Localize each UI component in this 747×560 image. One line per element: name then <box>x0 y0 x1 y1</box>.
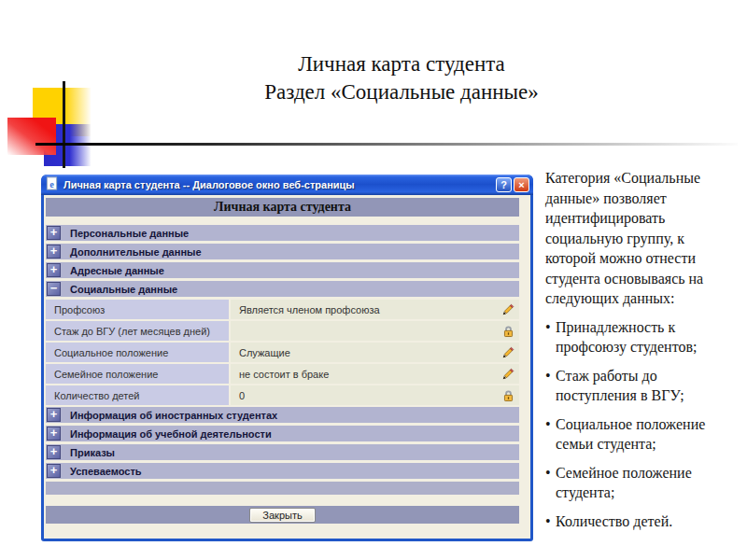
bullet-item: Стаж работы до поступления в ВГУ; <box>545 366 725 406</box>
field-label: Стаж до ВГУ (лет месяцев дней) <box>46 321 229 341</box>
section-label: Дополнительные данные <box>61 246 202 258</box>
pencil-edit-icon[interactable] <box>497 343 519 362</box>
table-row: Стаж до ВГУ (лет месяцев дней) <box>46 321 519 341</box>
section-label: Успеваемость <box>61 466 142 477</box>
dialog-header-band: Личная карта студента <box>46 198 519 217</box>
slide-title: Личная карта студента Раздел «Социальные… <box>131 50 672 106</box>
svg-text:e: e <box>49 178 54 189</box>
dialog-title: Личная карта студента -- Диалоговое окно… <box>59 179 494 190</box>
field-label: Профсоюз <box>46 300 229 319</box>
expand-icon[interactable]: + <box>47 445 61 459</box>
lock-icon <box>497 321 519 341</box>
section-additional-data[interactable]: + Дополнительные данные <box>46 244 519 259</box>
field-label: Социальное положение <box>46 343 229 362</box>
help-button[interactable]: ? <box>496 177 512 192</box>
category-paragraph: Категория «Социальные данные» позволяет … <box>545 168 725 309</box>
field-label: Количество детей <box>46 385 229 405</box>
section-performance[interactable]: + Успеваемость <box>46 463 519 479</box>
close-dialog-button[interactable]: Закрыть <box>249 508 315 523</box>
section-personal-data[interactable]: + Персональные данные <box>46 225 519 241</box>
table-row: Социальное положение Служащие <box>46 343 519 362</box>
table-row: Профсоюз Является членом профсоюза <box>46 300 519 319</box>
slide-title-line1: Личная карта студента <box>131 50 672 78</box>
empty-band <box>46 482 519 495</box>
expand-icon[interactable]: + <box>47 245 61 259</box>
section-social-data-expanded[interactable]: − Социальные данные <box>46 281 519 297</box>
expand-icon[interactable]: + <box>47 408 61 422</box>
pencil-edit-icon[interactable] <box>497 364 519 384</box>
section-label: Персональные данные <box>61 228 189 239</box>
expand-icon[interactable]: + <box>47 263 61 277</box>
section-label: Информация об учебной деятельности <box>61 428 272 440</box>
slide-title-line2: Раздел «Социальные данные» <box>131 78 672 106</box>
accordion: + Персональные данные + Дополнительные д… <box>46 225 519 495</box>
ie-page-icon: e <box>45 176 59 194</box>
section-address-data[interactable]: + Адресные данные <box>46 262 519 278</box>
field-label: Семейное положение <box>46 364 229 384</box>
lock-icon <box>497 385 519 405</box>
decor-horizontal-rule <box>35 143 738 146</box>
button-band: Закрыть <box>46 506 519 524</box>
expand-icon[interactable]: + <box>47 226 61 240</box>
table-row: Количество детей 0 <box>46 385 519 405</box>
dialog-body: Личная карта студента + Персональные дан… <box>44 195 530 539</box>
expand-icon[interactable]: + <box>47 464 61 478</box>
decor-vertical-line <box>63 81 65 168</box>
bullet-item: Социальное положение семьи студента; <box>545 414 725 455</box>
decor-red-square <box>7 118 56 155</box>
close-window-button[interactable]: × <box>514 177 529 192</box>
section-label: Адресные данные <box>61 265 164 276</box>
bullet-item: Принадлежность к профсоюзу студентов; <box>545 317 725 357</box>
bullet-item: Количество детей. <box>545 511 725 532</box>
collapse-icon[interactable]: − <box>47 282 61 296</box>
dialog-titlebar[interactable]: e Личная карта студента -- Диалоговое ок… <box>41 175 533 195</box>
field-value <box>231 321 497 341</box>
section-orders[interactable]: + Приказы <box>46 444 519 460</box>
field-value: не состоит в браке <box>231 364 497 384</box>
field-value: Служащие <box>231 343 497 362</box>
pencil-edit-icon[interactable] <box>497 300 519 319</box>
field-value: 0 <box>231 385 497 405</box>
field-value: Является членом профсоюза <box>231 300 497 319</box>
bullet-item: Семейное положение студента; <box>545 463 725 503</box>
section-label: Информация об иностранных студентах <box>61 410 277 421</box>
section-label: Приказы <box>61 447 115 458</box>
expand-icon[interactable]: + <box>47 427 61 441</box>
table-row: Семейное положение не состоит в браке <box>46 364 519 384</box>
web-page-dialog-window: e Личная карта студента -- Диалоговое ок… <box>41 175 533 541</box>
section-label: Социальные данные <box>61 284 177 295</box>
dialog-header-title: Личная карта студента <box>214 200 351 215</box>
section-study-activity[interactable]: + Информация об учебной деятельности <box>46 426 519 441</box>
section-foreign-students[interactable]: + Информация об иностранных студентах <box>46 407 519 423</box>
slide-body-text: Категория «Социальные данные» позволяет … <box>545 168 725 539</box>
